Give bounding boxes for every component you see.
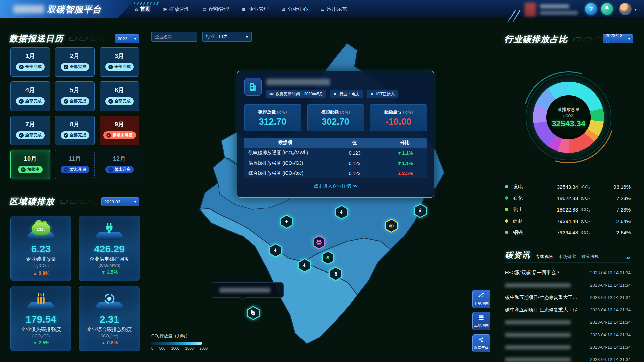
news-item[interactable]: 2023-04-12 14:21:34 [505,316,631,328]
legend-row[interactable]: 石化 18022.83 tCO₂ 7.23% [505,192,631,204]
legend-label: CO₂排放量（万吨） [151,333,208,339]
legend-row[interactable]: 发电 32543.34 tCO₂ 93.16% [505,181,631,192]
dual-carbon-dashboard: 双碳智服平台 ⌂ 首页 ◉ 排放管理 ▤ 配额管理 ▣ 企业管理 ⊞ 分析中心 [0,0,644,362]
nav-item-analysis[interactable]: ⊞ 分析中心 [281,6,308,12]
clock-icon [269,92,274,96]
check-icon: ✔ [19,133,24,138]
company-name-redacted [266,79,330,85]
calendar-month-card[interactable]: 12月 −暂未开启 [100,150,139,179]
nav-label: 分析中心 [288,6,308,12]
metric-card-composite-intensity[interactable]: 2.31 企业综合碳排放强度 (tCO₂/tce) ▲ 0.8% [79,286,140,351]
map-marker-leaf[interactable] [322,251,334,265]
month-label: 11月 [55,155,94,163]
calendar-month-card[interactable]: 6月 ✔全部完成 [100,81,139,111]
condition-map-button[interactable]: 工况地图 [472,312,490,330]
map-marker-bolt[interactable] [269,243,282,257]
calendar-month-card[interactable]: 4月 ✔全部完成 [10,81,50,111]
data-item-change: ▼1.1% [382,158,428,168]
calendar-month-card[interactable]: 7月 ✔全部完成 [10,116,50,145]
calendar-month-card[interactable]: 11月 −暂未开启 [55,150,95,179]
legend-row[interactable]: 建材 79394.48 tCO₂ 2.64% [505,215,631,227]
metric-card-power-intensity[interactable]: 426.29 企业供电碳排强度 (tCO₂/MWh) ▼ 2.5% [79,216,140,281]
news-item[interactable]: 碳中和五期项目-生态修复重大工程 2023-04-12 14:21:34 [505,304,631,316]
status-text: 全部完成 [70,98,86,104]
calendar-month-card[interactable]: 1月 ✔全部完成 [10,47,50,77]
nav-item-demo[interactable]: ⊟ 应用示范 [321,6,347,12]
legend-row[interactable]: 钢铁 79394.48 tCO₂ 2.64% [505,227,631,238]
calendar-month-card[interactable]: 3月 ✔全部完成 [100,47,139,77]
check-icon: ✔ [108,99,113,104]
map-marker-document[interactable] [329,267,342,281]
industry-filter-select[interactable]: 行业：电力 ▾ [202,32,252,42]
nav-item-quota[interactable]: ▤ 配额管理 [202,6,229,12]
news-item[interactable]: 2023-04-12 14:21:34 [505,353,631,362]
button-label: 温室气体 [474,345,489,350]
status-badge: ✔全部完成 [16,131,45,139]
stat-unit: (万吨) [340,110,350,114]
map-layer-controls: 卫星地图 工况地图 温室气体 [472,290,490,352]
mouse-cursor [251,309,257,318]
map-marker-bolt[interactable] [414,204,427,218]
nav-item-home[interactable]: ⌂ 首页 [135,6,150,12]
status-text: 全部完成 [70,132,86,138]
news-item[interactable]: 碳中和五期项目-生态修复重大工程... 2023-04-12 14:21:34 [505,291,631,304]
calendar-month-card[interactable]: 8月 ✔全部完成 [55,116,95,145]
region-period-select[interactable]: 2023-03 ▾ [101,197,139,206]
check-icon: ✔ [19,65,24,69]
news-item[interactable]: 2023-04-12 14:21:34 [505,341,631,353]
chevron-down-icon[interactable]: ▼ [634,8,637,11]
map-marker-bolt[interactable] [335,205,348,219]
news-item[interactable]: 2023-04-12 14:21:34 [505,328,631,341]
help-button[interactable]: ? [585,3,597,15]
legend-row[interactable]: 化工 18022.83 tCO₂ 7.23% [505,204,631,215]
nav-item-emission[interactable]: ◉ 排放管理 [163,6,189,12]
nav-item-enterprise[interactable]: ▣ 企业管理 [242,6,269,12]
calendar-month-card[interactable]: 10月 ✎填报中 [10,150,50,179]
table-row: 供热碳排放强度 (tCO₂/GJ) 0.123 ▼1.1% [244,158,427,168]
status-text: 超期未填报 [113,132,133,138]
greenhouse-gas-button[interactable]: 温室气体 [472,334,490,352]
news-item[interactable]: 2023-04-12 14:21:34 [505,279,631,291]
status-badge: ✔全部完成 [61,97,89,105]
month-label: 2月 [55,52,94,60]
metric-delta: ▼ 2.5% [11,340,71,345]
map-marker-bolt[interactable] [280,215,293,229]
cross-icon: × [106,133,111,138]
popup-tags: 数据更新时间：2023年5月 行业：电力 IOT已接入 [266,90,398,98]
news-tab-expert[interactable]: 专家视角 [536,254,553,260]
calendar-month-card[interactable]: 5月 ✔全部完成 [55,81,95,111]
news-tab-policy[interactable]: 政策法规 [581,254,599,260]
iot-icon [370,92,374,96]
enterprise-detail-link[interactable]: 点击进入企业详情 ≫ [244,183,427,189]
map-marker-atom[interactable] [313,235,325,249]
iot-tag: IOT已接入 [367,90,398,98]
map-color-legend: CO₂排放量（万吨） 0 500 1000 1500 2000 [151,333,208,350]
brand-title: 双碳智服平台 [47,4,101,15]
news-more-link[interactable]: ≫ [626,255,631,260]
metric-unit: (tCO₂/tce) [79,334,140,338]
edit-icon: ✎ [21,167,26,172]
org-subtitle-redacted [540,11,578,15]
metric-card-emission[interactable]: CO₂ 6.23 企业碳排放量 (万tCO₂) ▲ 2.8% [10,216,71,281]
calendar-month-card[interactable]: 9月 ×超期未填报 [100,116,139,145]
user-avatar[interactable] [619,3,632,15]
company-search-input[interactable] [151,32,197,42]
report-calendar-grid: 1月 ✔全部完成 2月 ✔全部完成 3月 ✔全部完成 4月 ✔全部完成 5月 ✔… [10,47,139,179]
calendar-month-card[interactable]: 2月 ✔全部完成 [55,47,95,77]
industry-period-select[interactable]: 2023年3月 ▾ [603,34,633,43]
status-badge: ✔全部完成 [61,63,89,71]
satellite-map-button[interactable]: 卫星地图 [472,290,490,308]
map-marker-battery[interactable] [385,219,398,233]
calendar-year-select[interactable]: 2023 ▾ [115,34,139,43]
news-item[interactable]: ESG跟“双碳”是一回事么？ 2023-04-12 14:21:34 [505,266,631,279]
legend-dot [505,231,508,234]
news-tab-market[interactable]: 市场研究 [558,254,576,260]
metric-unit: (tCO₂/MWh) [79,263,140,268]
section-title: 行业碳排放占比 [504,34,568,45]
metric-card-heat-intensity[interactable]: 179.54 企业供热碳排强度 (tCO₂/GJ) ▼ 2.5% [10,286,71,351]
satellite-icon [478,292,485,300]
notifications-button[interactable] [601,3,613,15]
month-label: 9月 [100,120,139,128]
data-item-name: 供电碳排放强度 (tCO₂/MWh) [244,150,327,156]
map-marker-bolt[interactable] [298,258,311,273]
